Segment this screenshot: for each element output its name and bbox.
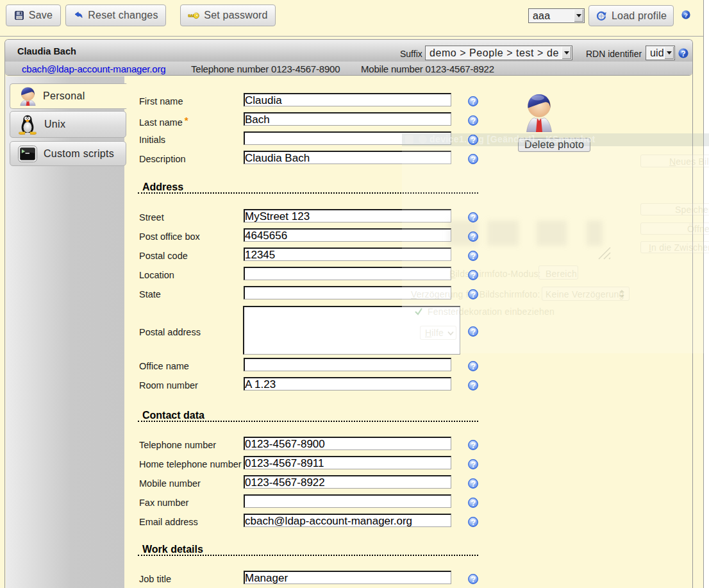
- svg-text:?: ?: [681, 49, 685, 58]
- svg-text:?: ?: [684, 12, 688, 19]
